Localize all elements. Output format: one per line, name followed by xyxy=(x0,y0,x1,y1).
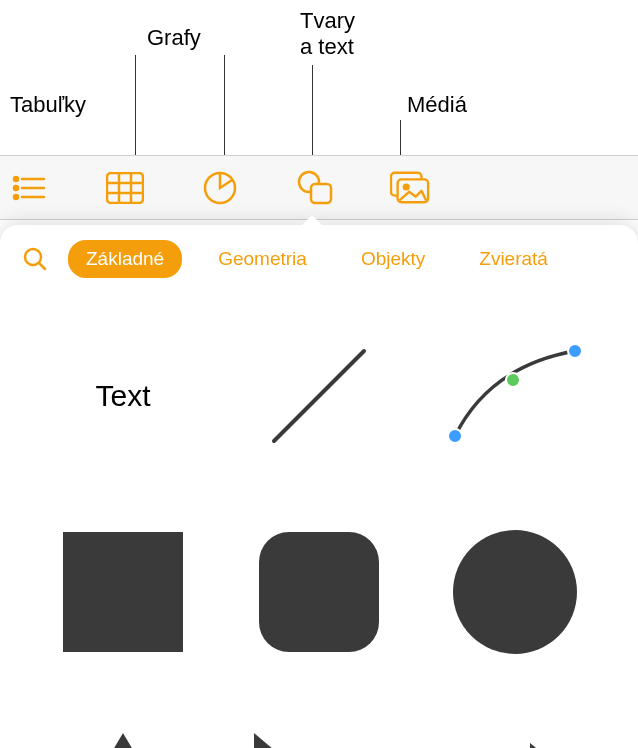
right-triangle-shape-icon xyxy=(249,728,389,748)
rounded-square-shape-icon xyxy=(254,527,384,657)
popover-arrow-icon xyxy=(302,215,322,225)
shape-arrow[interactable] xyxy=(432,705,598,748)
callouts-area: Tabuľky Grafy Tvary a text Médiá xyxy=(0,0,638,155)
chart-button[interactable] xyxy=(200,168,240,208)
shape-line[interactable] xyxy=(236,313,402,479)
svg-point-2 xyxy=(14,186,18,190)
svg-point-4 xyxy=(14,195,18,199)
callout-line xyxy=(135,55,136,155)
callout-line xyxy=(224,55,225,155)
curve-shape-icon xyxy=(440,336,590,456)
svg-point-22 xyxy=(568,344,582,358)
shape-circle[interactable] xyxy=(432,509,598,675)
callout-shapes-text: Tvary a text xyxy=(300,8,355,61)
arrow-shape-icon xyxy=(440,738,590,748)
shape-icon xyxy=(296,170,334,206)
svg-point-16 xyxy=(404,184,409,189)
search-icon xyxy=(22,246,48,272)
shape-triangle[interactable] xyxy=(40,705,206,748)
callout-line xyxy=(312,65,313,155)
callout-line xyxy=(400,120,401,155)
media-icon xyxy=(390,171,430,205)
chart-icon xyxy=(202,170,238,206)
callout-media: Médiá xyxy=(407,92,467,118)
popover-tabs: Základné Geometria Objekty Zvieratá xyxy=(0,225,638,293)
svg-rect-23 xyxy=(63,532,183,652)
shape-square[interactable] xyxy=(40,509,206,675)
svg-rect-24 xyxy=(259,532,379,652)
svg-point-21 xyxy=(506,373,520,387)
svg-rect-6 xyxy=(107,173,143,203)
toolbar xyxy=(0,155,638,220)
square-shape-icon xyxy=(58,527,188,657)
svg-line-18 xyxy=(39,263,45,269)
shapes-popover: Základné Geometria Objekty Zvieratá Text xyxy=(0,225,638,748)
callout-tables: Tabuľky xyxy=(10,92,86,118)
circle-shape-icon xyxy=(450,527,580,657)
tab-animals[interactable]: Zvieratá xyxy=(461,240,566,278)
svg-line-19 xyxy=(274,351,364,441)
table-icon xyxy=(106,172,144,204)
svg-point-0 xyxy=(14,177,18,181)
svg-point-25 xyxy=(453,530,577,654)
svg-point-20 xyxy=(448,429,462,443)
tab-objects[interactable]: Objekty xyxy=(343,240,443,278)
table-button[interactable] xyxy=(105,168,145,208)
svg-rect-13 xyxy=(311,184,331,203)
shape-rounded-square[interactable] xyxy=(236,509,402,675)
shape-curve[interactable] xyxy=(432,313,598,479)
outline-button[interactable] xyxy=(10,168,50,208)
media-button[interactable] xyxy=(390,168,430,208)
outline-icon xyxy=(12,174,48,202)
shape-button[interactable] xyxy=(295,168,335,208)
text-shape-label: Text xyxy=(95,379,150,413)
shape-right-triangle[interactable] xyxy=(236,705,402,748)
search-button[interactable] xyxy=(20,244,50,274)
callout-charts: Grafy xyxy=(147,25,201,51)
line-shape-icon xyxy=(254,331,384,461)
tab-geometry[interactable]: Geometria xyxy=(200,240,325,278)
shape-text[interactable]: Text xyxy=(40,313,206,479)
shapes-grid: Text xyxy=(0,293,638,748)
tab-basic[interactable]: Základné xyxy=(68,240,182,278)
triangle-shape-icon xyxy=(53,728,193,748)
